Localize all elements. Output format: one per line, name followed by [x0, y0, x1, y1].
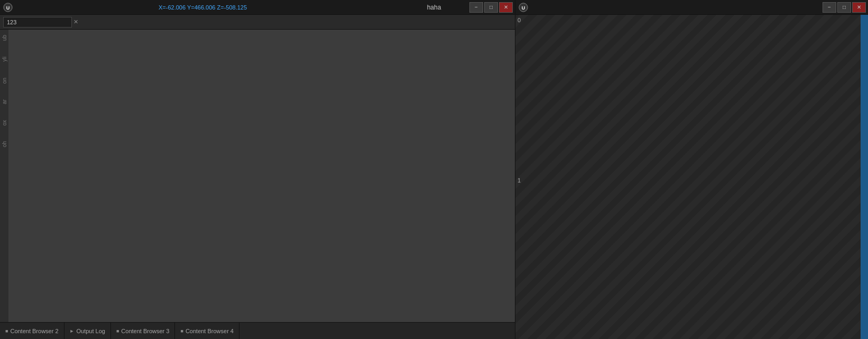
right-window-controls: − □ ✕	[823, 2, 866, 13]
tab-output-log[interactable]: ► Output Log	[64, 323, 111, 339]
tab-label-cb3: Content Browser 3	[121, 328, 169, 334]
tab-icon-cb2: ■	[5, 328, 8, 334]
right-maximize-button[interactable]: □	[837, 2, 851, 13]
search-bar: ✕	[0, 15, 515, 30]
bottom-tabbar: ■ Content Browser 2 ► Output Log ■ Conte…	[0, 322, 515, 339]
right-panel: U haha − □ ✕ 0 1	[515, 0, 868, 339]
tab-label-cb2: Content Browser 2	[10, 328, 58, 334]
sidebar-label-4: ar	[2, 99, 7, 104]
right-content: 0 1	[515, 15, 868, 339]
right-titlebar: U haha − □ ✕	[515, 0, 868, 15]
tab-content-browser-3[interactable]: ■ Content Browser 3	[111, 323, 176, 339]
right-close-button[interactable]: ✕	[852, 2, 866, 13]
sidebar-label-2: yli	[2, 57, 7, 61]
right-number-top: 0	[518, 17, 521, 23]
tab-content-browser-4[interactable]: ■ Content Browser 4	[175, 323, 239, 339]
ue-logo-right: U	[518, 2, 529, 13]
tab-label-output: Output Log	[76, 328, 105, 334]
sidebar-label-3: on	[2, 78, 7, 84]
main-viewport	[8, 30, 515, 322]
main-area: U X=-62.006 Y=466.006 Z=-508.125 − □ ✕ ✕…	[0, 0, 868, 339]
right-number-mid: 1	[518, 177, 521, 184]
search-input[interactable]	[3, 17, 72, 28]
titlebar-left: U	[2, 2, 14, 13]
right-window-title: haha	[427, 4, 441, 11]
sidebar-label-6: oh	[2, 141, 7, 147]
svg-text:U: U	[522, 5, 525, 10]
diagonal-pattern	[515, 15, 868, 339]
tab-icon-cb3: ■	[116, 328, 119, 334]
left-panel: U X=-62.006 Y=466.006 Z=-508.125 − □ ✕ ✕…	[0, 0, 515, 339]
left-maximize-button[interactable]: □	[484, 2, 498, 13]
tab-content-browser-2[interactable]: ■ Content Browser 2	[0, 323, 64, 339]
sidebar-label-5: ox	[2, 120, 7, 126]
left-minimize-button[interactable]: −	[469, 2, 483, 13]
tab-icon-output: ►	[70, 328, 75, 334]
svg-text:U: U	[6, 5, 10, 10]
sidebar-label-1: ub	[2, 35, 7, 41]
tab-label-cb4: Content Browser 4	[186, 328, 234, 334]
right-minimize-button[interactable]: −	[823, 2, 836, 13]
title-coords: X=-62.006 Y=466.006 Z=-508.125	[159, 4, 247, 11]
ue-logo-left: U	[2, 2, 14, 13]
left-close-button[interactable]: ✕	[499, 2, 513, 13]
right-titlebar-left: U	[518, 2, 529, 13]
tab-icon-cb4: ■	[180, 328, 183, 334]
left-sidebar: ub yli on ar ox oh	[0, 30, 8, 322]
left-content: ub yli on ar ox oh	[0, 30, 515, 322]
search-clear-button[interactable]: ✕	[72, 19, 80, 25]
right-edge-bar	[861, 15, 868, 339]
left-window-controls: − □ ✕	[469, 2, 513, 13]
